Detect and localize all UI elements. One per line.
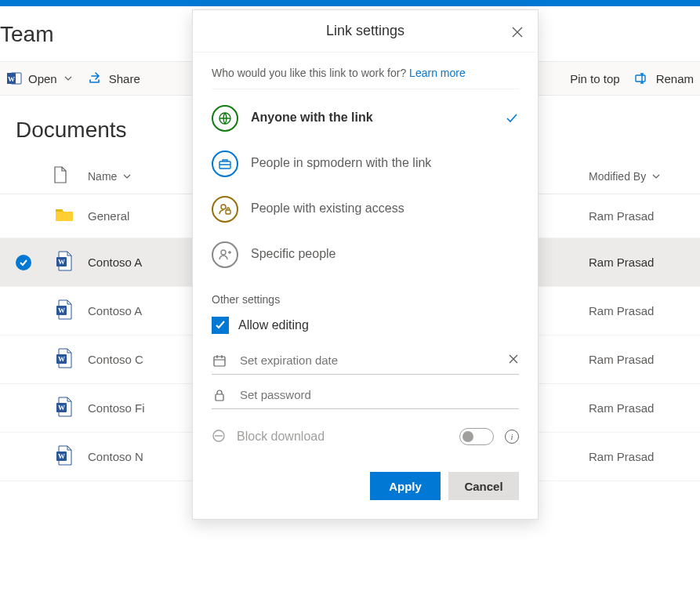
- share-label: Share: [109, 72, 140, 85]
- share-icon: [87, 71, 103, 86]
- dialog-footer: Apply Cancel: [193, 453, 538, 519]
- file-name: Contoso C: [88, 353, 143, 366]
- block-download-toggle[interactable]: [459, 428, 494, 445]
- modified-by: Ram Prasad: [589, 209, 654, 223]
- file-generic-icon: [53, 166, 67, 183]
- close-button[interactable]: [508, 23, 527, 42]
- file-name: Contoso A: [88, 256, 142, 269]
- globe-icon: [212, 105, 238, 132]
- rename-button[interactable]: Renam: [634, 71, 694, 86]
- file-name: Contoso A: [88, 304, 142, 317]
- option-specific[interactable]: Specific people: [212, 232, 519, 277]
- pin-label: Pin to top: [570, 72, 619, 85]
- open-button[interactable]: W Open: [6, 71, 73, 86]
- word-doc-icon: W: [56, 357, 73, 371]
- svg-rect-20: [214, 357, 225, 366]
- dialog-title: Link settings: [326, 23, 404, 39]
- folder-icon: [55, 212, 74, 225]
- rename-icon: [634, 71, 650, 86]
- share-button[interactable]: Share: [87, 71, 140, 86]
- password-input[interactable]: [238, 387, 519, 402]
- modified-by: Ram Prasad: [589, 401, 654, 415]
- word-doc-icon: W: [56, 455, 73, 468]
- svg-rect-18: [226, 210, 230, 214]
- word-doc-icon: W: [56, 406, 73, 419]
- svg-point-17: [221, 205, 226, 209]
- modified-by: Ram Prasad: [589, 353, 654, 366]
- close-icon: [508, 354, 519, 364]
- chevron-down-icon: [123, 172, 131, 180]
- block-icon: [212, 429, 226, 445]
- scope-options: Anyone with the link People in spmodern …: [212, 89, 519, 288]
- close-icon: [511, 26, 524, 38]
- clear-expiration-button[interactable]: [508, 354, 519, 367]
- check-icon: [212, 317, 229, 334]
- people-lock-icon: [212, 196, 238, 223]
- people-plus-icon: [212, 241, 238, 268]
- learn-more-link[interactable]: Learn more: [409, 67, 466, 79]
- selected-indicator[interactable]: [16, 255, 31, 270]
- calendar-icon: [212, 354, 227, 368]
- chevron-down-icon: [63, 74, 73, 83]
- check-icon: [505, 105, 519, 128]
- app-ribbon: [0, 0, 700, 6]
- option-existing[interactable]: People with existing access: [212, 187, 519, 232]
- option-org[interactable]: People in spmodern with the link: [212, 141, 519, 187]
- modified-by: Ram Prasad: [589, 256, 654, 269]
- dialog-header: Link settings: [193, 10, 538, 53]
- svg-rect-21: [216, 394, 223, 401]
- file-name: Contoso N: [88, 450, 143, 463]
- allow-editing-checkbox[interactable]: Allow editing: [212, 314, 519, 345]
- file-name: General: [88, 209, 129, 223]
- pin-button[interactable]: Pin to top: [570, 72, 619, 85]
- svg-rect-4: [636, 75, 645, 82]
- modified-by: Ram Prasad: [589, 450, 654, 463]
- apply-button[interactable]: Apply: [370, 472, 441, 500]
- open-label: Open: [28, 72, 57, 85]
- svg-point-19: [221, 250, 226, 255]
- column-modified-by[interactable]: Modified By: [582, 158, 700, 194]
- svg-text:W: W: [58, 306, 65, 314]
- other-settings-title: Other settings: [212, 288, 519, 314]
- lock-icon: [212, 388, 227, 402]
- chevron-down-icon: [652, 172, 660, 180]
- svg-text:W: W: [8, 75, 15, 83]
- expiration-field[interactable]: [212, 345, 519, 375]
- who-prompt: Who would you like this link to work for…: [212, 67, 519, 89]
- svg-text:W: W: [58, 355, 65, 363]
- expiration-input[interactable]: [238, 353, 497, 368]
- block-download-row: Block download i: [212, 414, 519, 453]
- svg-text:W: W: [58, 258, 65, 266]
- info-icon[interactable]: i: [505, 430, 519, 444]
- rename-label: Renam: [656, 72, 694, 85]
- modified-by: Ram Prasad: [589, 304, 654, 317]
- svg-text:W: W: [58, 404, 65, 412]
- word-doc-icon: W: [56, 260, 73, 274]
- word-doc-icon: W: [56, 309, 73, 322]
- option-anyone[interactable]: Anyone with the link: [212, 96, 519, 141]
- cancel-button[interactable]: Cancel: [448, 472, 519, 500]
- link-settings-dialog: Link settings Who would you like this li…: [192, 9, 539, 520]
- svg-text:W: W: [58, 452, 65, 460]
- word-app-icon: W: [6, 71, 22, 86]
- password-field[interactable]: [212, 379, 519, 409]
- file-name: Contoso Fi: [88, 401, 145, 415]
- briefcase-icon: [212, 150, 238, 177]
